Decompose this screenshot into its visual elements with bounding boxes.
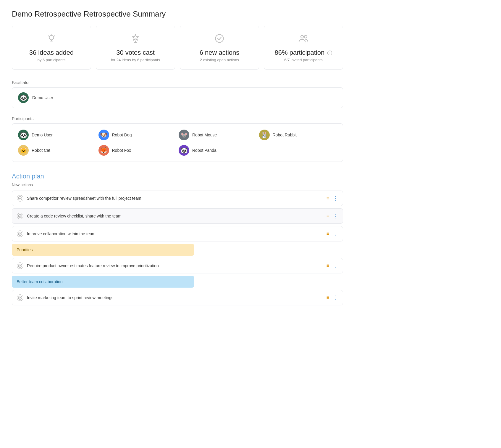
more-icon-3[interactable]: ⋮: [333, 231, 338, 237]
action-check-icon-2: [17, 213, 23, 219]
participation-number: 86% participation i: [269, 49, 338, 57]
action-text-3: Improve collaboration within the team: [27, 231, 327, 236]
participant-item: 🐱 Robot Cat: [18, 145, 96, 156]
participants-box: 🐼 Demo User 🐶 Robot Dog 🐭 Robot Mouse 🐰 …: [12, 123, 343, 162]
action-item-4: Require product owner estimates feature …: [12, 258, 343, 273]
action-check-icon-5: [17, 294, 23, 301]
svg-line-5: [54, 36, 55, 36]
participant-item: 🐼 Robot Panda: [179, 145, 257, 156]
participant-item: 🐰 Robot Rabbit: [259, 130, 337, 140]
participant-avatar-fox: 🦊: [98, 145, 109, 156]
action-controls-2: ≡ ⋮: [327, 213, 338, 219]
people-icon: [269, 33, 338, 46]
vote-icon: [101, 33, 170, 46]
category-banner-teamcollab: Better team collaboration: [12, 276, 194, 288]
participation-sub: 6/7 invited participants: [269, 58, 338, 62]
stat-card-actions: 6 new actions 2 existing open actions: [180, 26, 259, 70]
svg-point-10: [304, 36, 307, 38]
facilitator-avatar: 🐼: [18, 92, 29, 103]
stat-card-votes: 30 votes cast for 24 ideas by 6 particip…: [96, 26, 175, 70]
votes-sub: for 24 ideas by 6 participants: [101, 58, 170, 62]
more-icon-1[interactable]: ⋮: [333, 195, 338, 202]
participant-name-rabbit: Robot Rabbit: [273, 133, 297, 137]
action-item-1: Share competitor review spreadsheet with…: [12, 191, 343, 206]
drag-icon-3[interactable]: ≡: [327, 231, 329, 236]
actions-number: 6 new actions: [185, 49, 254, 57]
page-title: Demo Retrospective Retrospective Summary: [12, 9, 343, 19]
svg-point-13: [18, 232, 22, 236]
action-item-5: Invite marketing team to sprint review m…: [12, 290, 343, 305]
svg-line-4: [48, 36, 49, 36]
participant-item: 🐭 Robot Mouse: [179, 130, 257, 140]
svg-point-12: [18, 214, 22, 218]
ideas-sub: by 6 participants: [17, 58, 86, 62]
participant-name-rpanda: Robot Panda: [192, 148, 216, 153]
svg-point-14: [18, 264, 22, 267]
participant-avatar-demo: 🐼: [18, 130, 29, 140]
participants-grid: 🐼 Demo User 🐶 Robot Dog 🐭 Robot Mouse 🐰 …: [18, 130, 337, 156]
stat-card-participation: 86% participation i 6/7 invited particip…: [264, 26, 343, 70]
drag-icon-4[interactable]: ≡: [327, 263, 329, 268]
stats-row: 36 ideas added by 6 participants 30 vote…: [12, 26, 343, 70]
stat-card-ideas: 36 ideas added by 6 participants: [12, 26, 91, 70]
participant-avatar-rabbit: 🐰: [259, 130, 270, 140]
bulb-icon: [17, 33, 86, 46]
svg-point-15: [18, 296, 22, 299]
more-icon-2[interactable]: ⋮: [333, 213, 338, 219]
action-controls-5: ≡ ⋮: [327, 294, 338, 301]
ideas-number: 36 ideas added: [17, 49, 86, 57]
action-text-1: Share competitor review spreadsheet with…: [27, 196, 327, 201]
svg-point-8: [216, 35, 224, 43]
svg-point-9: [301, 36, 303, 38]
action-text-5: Invite marketing team to sprint review m…: [27, 295, 327, 300]
action-controls-1: ≡ ⋮: [327, 195, 338, 202]
action-text-4: Require product owner estimates feature …: [27, 263, 327, 268]
drag-icon-1[interactable]: ≡: [327, 196, 329, 201]
participant-avatar-dog: 🐶: [98, 130, 109, 140]
participant-item: 🐼 Demo User: [18, 130, 96, 140]
participant-name-cat: Robot Cat: [32, 148, 50, 153]
more-icon-5[interactable]: ⋮: [333, 294, 338, 301]
action-check-icon-3: [17, 231, 23, 237]
participant-item: 🐶 Robot Dog: [98, 130, 177, 140]
facilitator-name: Demo User: [32, 95, 53, 100]
check-circle-icon: [185, 33, 254, 46]
facilitator-label: Facilitator: [12, 80, 343, 85]
votes-number: 30 votes cast: [101, 49, 170, 57]
actions-sub: 2 existing open actions: [185, 58, 254, 62]
participant-name-dog: Robot Dog: [112, 133, 132, 137]
action-controls-3: ≡ ⋮: [327, 231, 338, 237]
action-plan-title: Action plan: [12, 173, 343, 180]
action-controls-4: ≡ ⋮: [327, 262, 338, 269]
action-item-3: Improve collaboration within the team ≡ …: [12, 226, 343, 241]
action-item-2: Create a code review checklist, share wi…: [12, 208, 343, 224]
participant-avatar-cat: 🐱: [18, 145, 29, 156]
participant-avatar-mouse: 🐭: [179, 130, 189, 140]
svg-point-0: [49, 36, 54, 40]
participant-item: 🦊 Robot Fox: [98, 145, 177, 156]
participant-avatar-rpanda: 🐼: [179, 145, 189, 156]
participant-name-fox: Robot Fox: [112, 148, 131, 153]
svg-point-11: [18, 196, 22, 200]
drag-icon-2[interactable]: ≡: [327, 213, 329, 219]
action-check-icon-4: [17, 262, 23, 269]
participation-info-icon[interactable]: i: [327, 51, 332, 55]
participants-label: Participants: [12, 116, 343, 121]
more-icon-4[interactable]: ⋮: [333, 262, 338, 269]
new-actions-label: New actions: [12, 183, 343, 187]
facilitator-box: 🐼 Demo User: [12, 87, 343, 108]
drag-icon-5[interactable]: ≡: [327, 295, 329, 300]
participant-name-demo: Demo User: [32, 133, 53, 137]
participant-name-mouse: Robot Mouse: [192, 133, 217, 137]
action-text-2: Create a code review checklist, share wi…: [27, 214, 327, 218]
category-banner-priorities: Priorities: [12, 244, 194, 256]
action-check-icon-1: [17, 195, 23, 202]
